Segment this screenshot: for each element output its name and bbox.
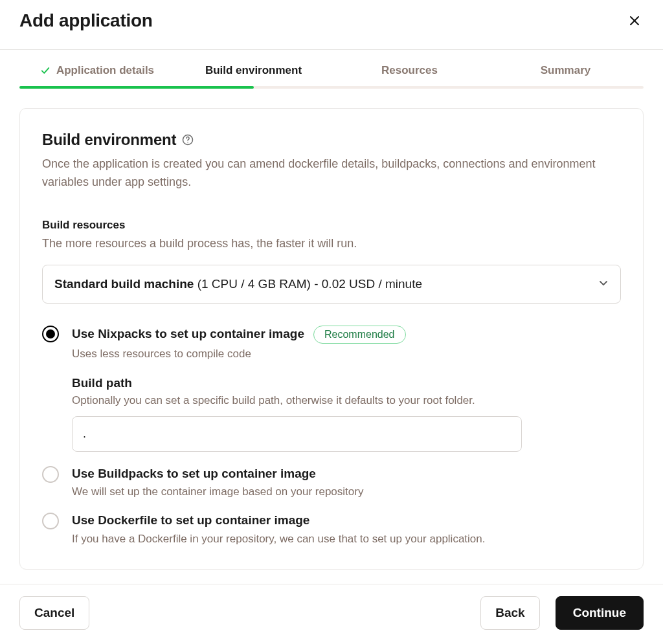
step-summary[interactable]: Summary	[488, 50, 644, 89]
modal-title: Add application	[19, 10, 153, 31]
build-machine-select[interactable]: Standard build machine (1 CPU / 4 GB RAM…	[42, 265, 621, 304]
step-application-details[interactable]: Application details	[19, 50, 175, 89]
continue-button[interactable]: Continue	[556, 596, 644, 630]
close-button[interactable]	[625, 12, 644, 30]
step-label: Summary	[541, 64, 590, 77]
option-subtitle: Uses less resources to compile code	[72, 348, 621, 361]
select-value-rest: (1 CPU / 4 GB RAM) - 0.02 USD / minute	[194, 277, 422, 291]
help-icon[interactable]	[181, 133, 194, 146]
progress-fill	[19, 86, 254, 89]
build-path-description: Optionally you can set a specific build …	[72, 394, 621, 407]
cancel-button[interactable]: Cancel	[19, 596, 89, 630]
step-resources[interactable]: Resources	[332, 50, 488, 89]
radio-buildpacks[interactable]	[42, 466, 59, 483]
build-path-input[interactable]	[72, 416, 522, 452]
radio-nixpacks[interactable]	[42, 326, 59, 342]
wizard-steps: Application details Build environment Re…	[0, 50, 663, 89]
option-subtitle: If you have a Dockerfile in your reposit…	[72, 533, 621, 546]
build-environment-card: Build environment Once the application i…	[19, 108, 644, 570]
option-title: Use Dockerfile to set up container image	[72, 513, 621, 529]
step-label: Resources	[381, 64, 438, 77]
option-title: Use Nixpacks to set up container image	[72, 326, 304, 342]
option-buildpacks[interactable]: Use Buildpacks to set up container image…	[42, 466, 621, 499]
svg-point-1	[188, 142, 189, 143]
option-title: Use Buildpacks to set up container image	[72, 466, 621, 482]
modal-footer: Cancel Back Continue	[0, 584, 663, 644]
select-value-strong: Standard build machine	[54, 277, 194, 291]
step-label: Build environment	[205, 64, 302, 77]
option-dockerfile[interactable]: Use Dockerfile to set up container image…	[42, 513, 621, 546]
check-icon	[41, 66, 50, 75]
step-label: Application details	[56, 64, 154, 77]
chevron-down-icon	[598, 277, 609, 291]
back-button[interactable]: Back	[480, 596, 539, 630]
option-subtitle: We will set up the container image based…	[72, 485, 621, 498]
option-nixpacks[interactable]: Use Nixpacks to set up container image R…	[42, 326, 621, 452]
section-description: Once the application is created you can …	[42, 155, 605, 192]
progress-track	[19, 86, 644, 89]
build-resources-label: Build resources	[42, 219, 621, 232]
close-icon	[629, 16, 640, 26]
step-build-environment[interactable]: Build environment	[175, 50, 332, 89]
build-path-label: Build path	[72, 376, 621, 390]
radio-dockerfile[interactable]	[42, 513, 59, 529]
section-title: Build environment	[42, 131, 176, 149]
recommended-badge: Recommended	[313, 326, 406, 344]
build-resources-description: The more resources a build process has, …	[42, 237, 621, 250]
